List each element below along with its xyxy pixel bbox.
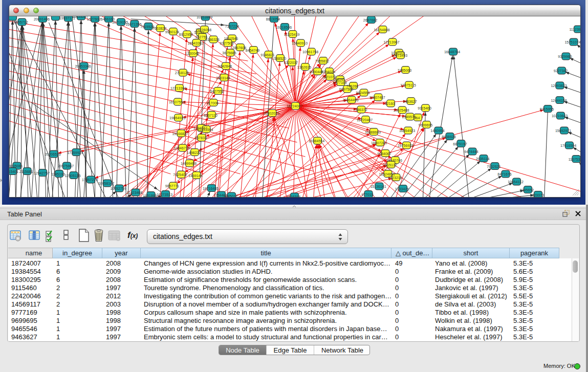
svg-text:9242848: 9242848 bbox=[218, 64, 232, 68]
svg-text:1498222: 1498222 bbox=[187, 151, 201, 155]
svg-text:6322037: 6322037 bbox=[284, 61, 298, 64]
svg-text:10654112: 10654112 bbox=[508, 180, 524, 184]
svg-text:6879197: 6879197 bbox=[453, 142, 467, 146]
svg-text:8938928: 8938928 bbox=[442, 135, 455, 139]
svg-text:12213967: 12213967 bbox=[383, 40, 399, 44]
svg-text:1362615: 1362615 bbox=[297, 65, 311, 69]
svg-text:12975115: 12975115 bbox=[400, 83, 416, 87]
svg-text:15751074: 15751074 bbox=[564, 40, 580, 44]
svg-text:1588520: 1588520 bbox=[272, 57, 286, 60]
svg-text:1440954: 1440954 bbox=[430, 129, 444, 133]
svg-text:9146821: 9146821 bbox=[260, 53, 274, 57]
svg-text:15692971: 15692971 bbox=[555, 129, 571, 133]
svg-text:1230046: 1230046 bbox=[185, 52, 199, 55]
svg-text:16154808: 16154808 bbox=[374, 28, 389, 32]
svg-text:10046718: 10046718 bbox=[173, 146, 189, 150]
svg-text:2603144: 2603144 bbox=[216, 76, 230, 80]
svg-text:19218506: 19218506 bbox=[276, 26, 292, 29]
svg-text:17016504: 17016504 bbox=[560, 144, 576, 147]
svg-text:7625402: 7625402 bbox=[173, 173, 187, 177]
svg-text:19654933: 19654933 bbox=[169, 116, 185, 120]
svg-text:20053346: 20053346 bbox=[75, 64, 91, 68]
svg-text:20206536: 20206536 bbox=[45, 152, 60, 156]
svg-text:16107554: 16107554 bbox=[169, 100, 185, 104]
svg-text:9115460: 9115460 bbox=[418, 106, 431, 110]
svg-text:7386372: 7386372 bbox=[353, 108, 367, 112]
svg-text:1527602: 1527602 bbox=[87, 17, 101, 21]
svg-text:977015: 977015 bbox=[361, 193, 373, 196]
svg-text:11325419: 11325419 bbox=[284, 33, 300, 36]
svg-text:2867608: 2867608 bbox=[232, 46, 246, 50]
svg-text:10973493: 10973493 bbox=[391, 54, 407, 57]
svg-text:8427552: 8427552 bbox=[210, 90, 224, 93]
svg-text:19384554: 19384554 bbox=[309, 139, 324, 143]
svg-text:12505135: 12505135 bbox=[64, 174, 80, 178]
svg-text:16648784: 16648784 bbox=[444, 50, 460, 54]
svg-text:8912954: 8912954 bbox=[179, 33, 193, 36]
svg-text:1145193: 1145193 bbox=[51, 172, 65, 176]
svg-text:7632621: 7632621 bbox=[487, 165, 500, 168]
svg-text:9960124: 9960124 bbox=[165, 30, 179, 34]
svg-text:964: 964 bbox=[414, 116, 420, 120]
svg-text:19716485: 19716485 bbox=[203, 187, 219, 190]
svg-text:11353594: 11353594 bbox=[198, 128, 213, 132]
svg-text:16543382: 16543382 bbox=[187, 41, 203, 45]
svg-text:18724007: 18724007 bbox=[287, 104, 302, 108]
svg-text:1469144: 1469144 bbox=[188, 174, 202, 178]
svg-text:8186328: 8186328 bbox=[205, 38, 219, 41]
svg-text:16782759: 16782759 bbox=[110, 187, 126, 190]
svg-text:18524851: 18524851 bbox=[379, 172, 395, 176]
svg-text:857833: 857833 bbox=[194, 136, 206, 140]
svg-text:20975867: 20975867 bbox=[58, 164, 74, 168]
svg-text:15720407: 15720407 bbox=[357, 118, 373, 122]
svg-text:17957223: 17957223 bbox=[82, 178, 98, 182]
svg-text:19166827: 19166827 bbox=[172, 132, 188, 136]
svg-text:9227342: 9227342 bbox=[554, 69, 568, 73]
svg-text:25302023: 25302023 bbox=[263, 112, 279, 115]
svg-text:1851866: 1851866 bbox=[143, 194, 157, 197]
svg-text:18807249: 18807249 bbox=[371, 141, 387, 145]
svg-text:10653287: 10653287 bbox=[72, 16, 88, 18]
svg-text:2718126: 2718126 bbox=[175, 71, 189, 75]
svg-text:20691406: 20691406 bbox=[34, 17, 50, 21]
svg-text:1167538: 1167538 bbox=[569, 158, 580, 161]
svg-text:10958147: 10958147 bbox=[98, 182, 114, 185]
svg-text:7254402: 7254402 bbox=[213, 193, 227, 197]
svg-text:10807487: 10807487 bbox=[369, 96, 385, 99]
svg-text:15640910: 15640910 bbox=[292, 41, 308, 45]
svg-text:3624554: 3624554 bbox=[356, 91, 369, 95]
svg-text:8454749: 8454749 bbox=[246, 49, 259, 52]
svg-text:9699695: 9699695 bbox=[419, 123, 432, 127]
svg-text:14099488: 14099488 bbox=[181, 162, 197, 165]
svg-text:8267110: 8267110 bbox=[204, 114, 217, 117]
svg-text:19756928: 19756928 bbox=[398, 144, 413, 147]
svg-text:10273513: 10273513 bbox=[157, 193, 172, 196]
svg-text:9857771: 9857771 bbox=[165, 184, 179, 188]
svg-text:12213369: 12213369 bbox=[170, 86, 186, 90]
svg-text:10210643: 10210643 bbox=[552, 114, 568, 118]
svg-text:15136141: 15136141 bbox=[370, 185, 386, 188]
svg-text:10025488: 10025488 bbox=[393, 108, 409, 112]
svg-text:8813054: 8813054 bbox=[266, 17, 280, 21]
svg-text:7357224: 7357224 bbox=[225, 25, 239, 28]
svg-text:7663822: 7663822 bbox=[153, 27, 166, 30]
svg-text:9084067: 9084067 bbox=[377, 152, 391, 156]
svg-text:1733426: 1733426 bbox=[395, 187, 409, 191]
svg-text:23226058: 23226058 bbox=[195, 28, 211, 32]
svg-text:9474444: 9474444 bbox=[464, 150, 478, 154]
svg-text:9245652: 9245652 bbox=[520, 188, 534, 192]
svg-text:1916344: 1916344 bbox=[287, 195, 300, 197]
svg-text:8471676: 8471676 bbox=[497, 172, 511, 176]
svg-text:9777169: 9777169 bbox=[333, 81, 346, 84]
svg-text:7955812: 7955812 bbox=[315, 59, 329, 63]
svg-text:1615132: 1615132 bbox=[383, 163, 397, 167]
svg-text:6897568: 6897568 bbox=[339, 87, 353, 91]
svg-text:10961758: 10961758 bbox=[302, 50, 318, 54]
svg-text:417006: 417006 bbox=[206, 101, 218, 105]
svg-text:10353809: 10353809 bbox=[197, 16, 212, 19]
svg-text:3675685: 3675685 bbox=[222, 51, 236, 55]
svg-text:20364456: 20364456 bbox=[342, 98, 358, 102]
svg-text:2935114: 2935114 bbox=[476, 157, 490, 161]
svg-text:10688609: 10688609 bbox=[365, 130, 381, 134]
svg-text:11123943: 11123943 bbox=[569, 28, 580, 31]
